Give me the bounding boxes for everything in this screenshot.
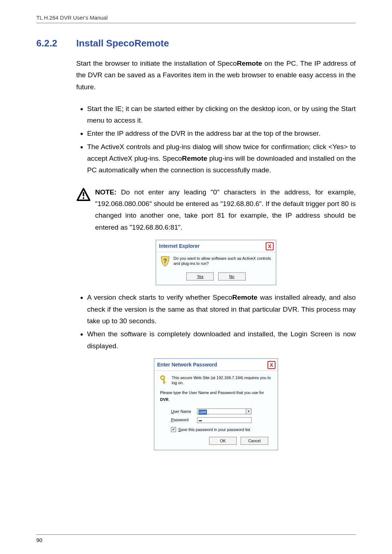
save-password-checkbox[interactable]: ✔ — [171, 427, 176, 432]
warning-icon — [76, 188, 92, 206]
dialog-titlebar: Enter Network Password X — [154, 359, 278, 371]
bullet-list-1: Start the IE; it can be started either b… — [76, 103, 356, 176]
dialog-message-2: Please type the User Name and Password t… — [160, 389, 272, 403]
section-title: Install SpecoRemote — [76, 38, 169, 49]
list-item: When the software is completely download… — [87, 328, 356, 352]
list-item: A version check starts to verify whether… — [87, 292, 356, 327]
shield-question-icon: ? — [160, 256, 170, 267]
cancel-button[interactable]: Cancel — [241, 437, 268, 445]
password-label: Password — [171, 416, 194, 423]
svg-rect-4 — [163, 379, 164, 384]
svg-rect-5 — [163, 382, 166, 383]
ok-button[interactable]: OK — [209, 437, 237, 445]
footer-rule — [36, 534, 356, 535]
no-button[interactable]: No — [218, 272, 246, 281]
activex-dialog: Internet Explorer X ? Do you want to all… — [156, 240, 276, 285]
key-icon — [160, 375, 168, 385]
dialog-titlebar: Internet Explorer X — [156, 240, 276, 252]
dialog-title: Internet Explorer — [159, 242, 200, 251]
doc-header: TL H.264 DVR User's Manual — [36, 15, 356, 21]
username-field[interactable]: user ▾ — [197, 409, 252, 414]
close-button[interactable]: X — [266, 242, 274, 250]
svg-text:?: ? — [163, 258, 167, 264]
svg-rect-1 — [83, 197, 84, 199]
username-label: User Name — [171, 408, 194, 415]
header-rule — [36, 23, 356, 23]
dialog-title: Enter Network Password — [157, 361, 217, 369]
note-block: NOTE: Do not enter any leading "0" chara… — [76, 186, 356, 233]
note-text: NOTE: Do not enter any leading "0" chara… — [95, 186, 356, 233]
svg-rect-0 — [83, 192, 84, 196]
chevron-down-icon[interactable]: ▾ — [246, 409, 251, 414]
dialog-message: Do you want to allow software such as Ac… — [173, 256, 271, 266]
list-item: Start the IE; it can be started either b… — [87, 103, 356, 127]
bullet-list-2: A version check starts to verify whether… — [76, 292, 356, 352]
section-number: 6.2.2 — [36, 38, 76, 49]
save-password-label: Save this password in your password list — [178, 426, 250, 433]
list-item: The ActiveX controls and plug-ins dialog… — [87, 141, 356, 176]
dialog-message-1: This secure Web Site (at 192.168.7.184) … — [172, 375, 272, 386]
list-item: Enter the IP address of the DVR in the a… — [87, 128, 356, 139]
close-button[interactable]: X — [268, 361, 275, 369]
password-field[interactable]: •••• — [197, 417, 252, 423]
page-footer: 90 — [36, 534, 356, 543]
password-dialog: Enter Network Password X — [154, 358, 278, 451]
yes-button[interactable]: Yes — [186, 272, 214, 281]
page-number: 90 — [36, 537, 42, 543]
section-heading: 6.2.2 Install SpecoRemote — [36, 38, 356, 49]
intro-paragraph: Start the browser to initiate the instal… — [76, 58, 356, 93]
